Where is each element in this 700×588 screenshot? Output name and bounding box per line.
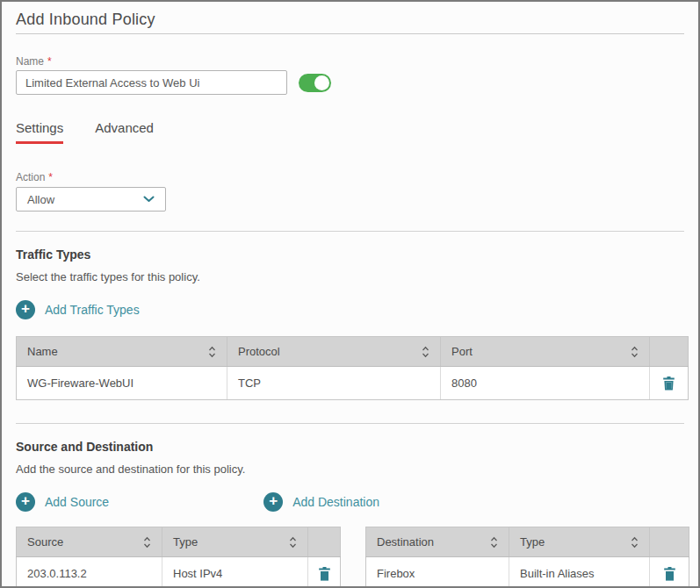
cell-name: WG-Fireware-WebUI [17,367,227,400]
column-header-destination[interactable]: Destination [366,527,509,557]
source-table: Source Type 203.0.113.2 Host IPv4 [16,527,341,588]
add-inbound-policy-panel: Add Inbound Policy Name* Settings Advanc… [0,0,700,588]
column-header-actions [650,337,689,367]
sort-icon [631,346,639,358]
name-label: Name* [16,55,684,68]
title-divider [16,33,684,34]
page-title: Add Inbound Policy [16,11,684,29]
table-row: WG-Fireware-WebUI TCP 8080 [17,367,689,400]
plus-icon: + [16,300,35,319]
name-input[interactable] [16,70,287,95]
tab-advanced[interactable]: Advanced [95,120,154,144]
source-destination-section: Source and Destination Add the source an… [16,440,684,588]
cell-type: Host IPv4 [162,557,308,588]
action-label-text: Action [16,171,45,183]
sort-icon [143,536,151,549]
plus-icon: + [263,492,283,512]
trash-icon [661,376,676,391]
column-header-protocol[interactable]: Protocol [227,337,441,367]
table-row: Firebox Built-in Aliases [366,557,689,588]
action-selected-value: Allow [27,193,54,206]
column-header-port[interactable]: Port [441,337,650,367]
sort-icon [490,536,498,549]
add-destination-label: Add Destination [292,495,379,509]
cell-type: Built-in Aliases [509,557,650,588]
column-header-label: Type [173,535,198,549]
source-destination-description: Add the source and destination for this … [16,463,684,476]
add-traffic-types-label: Add Traffic Types [45,303,140,317]
cell-port: 8080 [441,367,650,400]
name-field-block: Name* [16,55,684,95]
table-header-row: Destination Type [366,527,689,557]
column-header-actions [650,527,689,557]
policy-enabled-toggle[interactable] [299,74,331,92]
table-header-row: Name Protocol Port [17,337,689,367]
column-header-type[interactable]: Type [509,527,650,557]
add-destination-button[interactable]: + Add Destination [263,492,379,512]
cell-destination: Firebox [366,557,509,588]
cell-protocol: TCP [227,367,441,400]
table-row: 203.0.113.2 Host IPv4 [17,557,341,588]
sort-icon [631,536,639,549]
sort-icon [289,536,297,549]
tab-bar: Settings Advanced [16,120,684,144]
required-asterisk: * [47,55,52,68]
column-header-type[interactable]: Type [162,527,308,557]
column-header-name[interactable]: Name [17,337,227,367]
action-field-block: Action* Allow [16,171,684,212]
delete-source-button[interactable] [314,563,336,585]
column-header-label: Destination [377,535,434,549]
traffic-types-description: Select the traffic types for this policy… [16,270,684,283]
add-source-label: Add Source [45,495,109,509]
trash-icon [317,566,332,582]
toggle-knob [314,75,329,90]
sort-icon [422,346,429,358]
delete-destination-button[interactable] [659,563,681,585]
chevron-down-icon [143,196,155,203]
column-header-label: Source [27,535,63,549]
action-select[interactable]: Allow [16,187,166,212]
delete-traffic-type-button[interactable] [658,372,680,395]
tab-settings[interactable]: Settings [16,120,63,144]
traffic-types-heading: Traffic Types [16,247,684,262]
column-header-label: Name [27,345,58,358]
required-asterisk: * [48,171,53,183]
column-header-label: Protocol [238,345,280,358]
action-label: Action* [16,171,684,183]
name-label-text: Name [16,55,44,68]
column-header-label: Port [451,345,473,358]
section-divider [16,423,684,424]
column-header-label: Type [520,535,545,549]
add-source-button[interactable]: + Add Source [16,492,109,512]
add-traffic-types-button[interactable]: + Add Traffic Types [16,300,140,319]
column-header-actions [308,527,341,557]
table-header-row: Source Type [17,527,341,557]
source-destination-heading: Source and Destination [16,440,684,454]
plus-icon: + [16,492,35,512]
traffic-types-section: Traffic Types Select the traffic types f… [16,247,684,400]
cell-source: 203.0.113.2 [17,557,162,588]
section-divider [16,231,684,232]
traffic-types-table: Name Protocol Port WG-Fireware-WebUI TCP… [16,336,689,400]
trash-icon [662,566,677,582]
column-header-source[interactable]: Source [17,527,162,557]
sort-icon [208,346,216,358]
destination-table: Destination Type Firebox Built-in Aliase… [365,527,689,588]
